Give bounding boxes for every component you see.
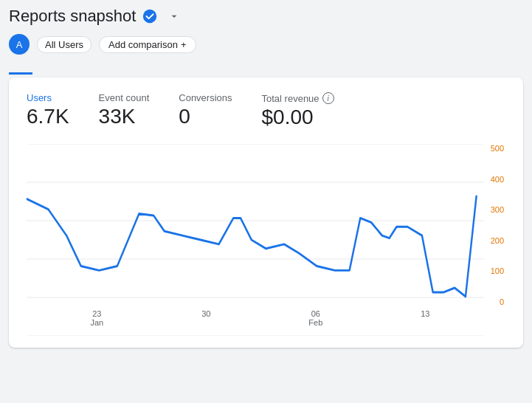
segment-badge[interactable]: All Users: [37, 36, 91, 53]
reports-card: Users 6.7K Event count 33K Conversions 0…: [9, 78, 523, 348]
page-title: Reports snapshot: [9, 7, 136, 26]
metric-total-revenue-value: $0.00: [262, 106, 334, 129]
y-label-100: 100: [482, 266, 504, 275]
y-axis-labels: 500 400 300 200 100 0: [482, 144, 505, 306]
x-label-13: 13: [421, 309, 429, 327]
x-label-23: 23 Jan: [90, 309, 103, 327]
metric-users-value: 6.7K: [27, 105, 69, 128]
metric-total-revenue-label: Total revenue i: [262, 92, 334, 104]
metric-event-count-value: 33K: [99, 105, 150, 128]
svg-point-0: [143, 10, 156, 23]
y-label-300: 300: [482, 205, 504, 214]
segment-label: All Users: [45, 39, 83, 50]
metrics-row: Users 6.7K Event count 33K Conversions 0…: [27, 92, 505, 129]
metric-conversions-label: Conversions: [179, 92, 232, 103]
y-label-500: 500: [482, 144, 504, 153]
x-axis-labels: 23 Jan 30 06 Feb 13: [41, 309, 479, 336]
metric-conversions: Conversions 0: [179, 92, 232, 129]
y-label-400: 400: [482, 175, 504, 184]
metric-users: Users 6.7K: [27, 92, 69, 129]
x-label-06: 06 Feb: [308, 309, 322, 327]
metric-event-count-label: Event count: [99, 92, 150, 103]
line-chart: [27, 144, 505, 336]
y-label-0: 0: [482, 297, 504, 306]
metric-users-label: Users: [27, 92, 69, 103]
chart-container: 500 400 300 200 100 0 23 Jan 30 06 Feb 1…: [27, 144, 505, 336]
metric-total-revenue: Total revenue i $0.00: [262, 92, 334, 129]
add-comparison-label: Add comparison: [108, 39, 178, 50]
metric-event-count: Event count 33K: [99, 92, 150, 129]
x-label-30: 30: [201, 309, 210, 327]
avatar: A: [9, 34, 30, 55]
tab-bar: [9, 61, 523, 75]
tab-item-0[interactable]: [9, 61, 32, 75]
plus-icon: +: [181, 39, 187, 50]
metric-conversions-value: 0: [179, 105, 232, 128]
page-header: Reports snapshot: [9, 6, 523, 27]
user-filter-row: A All Users Add comparison +: [9, 34, 523, 55]
info-icon[interactable]: i: [322, 92, 334, 104]
header-dropdown-button[interactable]: [164, 6, 184, 27]
verified-icon: [142, 8, 158, 24]
y-label-200: 200: [482, 236, 504, 245]
add-comparison-button[interactable]: Add comparison +: [99, 36, 196, 53]
